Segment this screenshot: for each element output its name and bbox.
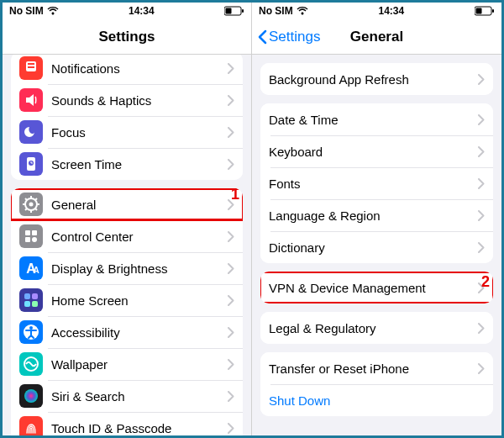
chevron-right-icon — [478, 363, 485, 374]
settings-row-control-center[interactable]: Control Center — [11, 220, 243, 252]
general-row-vpn-device-management[interactable]: VPN & Device Management — [260, 272, 493, 303]
svg-rect-1 — [226, 8, 232, 14]
general-row-language-region[interactable]: Language & Region — [260, 199, 493, 231]
status-bar: No SIM 14:34 — [3, 3, 251, 19]
nav-bar: Settings — [3, 19, 251, 55]
chevron-right-icon — [478, 178, 485, 189]
row-label: Fonts — [269, 177, 478, 191]
svg-rect-34 — [24, 301, 30, 307]
chevron-right-icon — [228, 63, 234, 74]
general-row-transfer-or-reset-iphone[interactable]: Transfer or Reset iPhone — [260, 352, 493, 384]
general-group: VPN & Device Management — [260, 272, 493, 303]
general-row-shut-down[interactable]: Shut Down — [260, 384, 493, 416]
row-label: Display & Brightness — [51, 261, 228, 276]
general-group: Date & TimeKeyboardFontsLanguage & Regio… — [260, 103, 493, 263]
general-row-date-time[interactable]: Date & Time — [260, 103, 493, 135]
chevron-right-icon — [478, 323, 485, 334]
general-group: Transfer or Reset iPhoneShut Down — [260, 352, 493, 416]
time-text: 14:34 — [378, 5, 404, 17]
general-row-background-app-refresh[interactable]: Background App Refresh — [260, 63, 493, 95]
row-label: Control Center — [51, 230, 228, 244]
row-label: Wallpaper — [51, 357, 228, 372]
row-label: Siri & Search — [51, 389, 228, 404]
nav-bar: Settings General — [252, 19, 501, 55]
siri-icon — [19, 384, 43, 408]
control-center-icon — [19, 224, 43, 248]
chevron-right-icon — [228, 263, 234, 274]
settings-row-general[interactable]: General — [11, 188, 243, 220]
settings-row-touch-id-passcode[interactable]: Touch ID & Passcode — [11, 412, 243, 435]
svg-rect-33 — [32, 293, 38, 299]
general-row-keyboard[interactable]: Keyboard — [260, 135, 493, 167]
row-label: Screen Time — [51, 157, 228, 172]
chevron-right-icon — [228, 423, 234, 434]
carrier-text: No SIM — [259, 5, 293, 17]
chevron-right-icon — [228, 391, 234, 402]
general-row-fonts[interactable]: Fonts — [260, 167, 493, 199]
settings-group: GeneralControl CenterAADisplay & Brightn… — [11, 188, 243, 435]
settings-row-focus[interactable]: Focus — [11, 116, 243, 148]
general-row-legal-regulatory[interactable]: Legal & Regulatory — [260, 312, 493, 344]
svg-rect-6 — [28, 66, 34, 68]
settings-row-display-brightness[interactable]: AADisplay & Brightness — [11, 252, 243, 284]
svg-point-14 — [29, 203, 34, 207]
settings-row-siri-search[interactable]: Siri & Search — [11, 380, 243, 412]
row-label: Shut Down — [269, 393, 485, 408]
general-list[interactable]: Background App RefreshDate & TimeKeyboar… — [252, 55, 501, 435]
settings-row-notifications[interactable]: Notifications — [11, 55, 243, 84]
settings-row-screen-time[interactable]: Screen Time — [11, 148, 243, 180]
back-button[interactable]: Settings — [257, 19, 320, 54]
nav-title: Settings — [98, 29, 155, 45]
row-label: Sounds & Haptics — [51, 93, 228, 108]
row-label: VPN & Device Management — [269, 281, 478, 295]
svg-rect-27 — [32, 237, 37, 242]
battery-icon — [224, 6, 244, 16]
row-label: Legal & Regulatory — [269, 321, 478, 335]
chevron-right-icon — [228, 95, 234, 106]
nav-title: General — [350, 29, 403, 45]
row-label: Background App Refresh — [269, 72, 478, 87]
svg-line-21 — [35, 198, 37, 200]
svg-rect-35 — [32, 301, 38, 307]
svg-point-38 — [29, 326, 33, 330]
row-label: Accessibility — [51, 325, 228, 340]
chevron-left-icon — [257, 29, 267, 45]
annotation-1: 1 — [231, 186, 239, 203]
svg-rect-47 — [476, 8, 482, 14]
general-icon — [19, 193, 43, 216]
general-group: Background App Refresh — [260, 63, 493, 95]
settings-row-sounds-haptics[interactable]: Sounds & Haptics — [11, 84, 243, 116]
svg-rect-31 — [19, 288, 43, 312]
chevron-right-icon — [478, 74, 485, 85]
wifi-icon — [47, 7, 59, 15]
row-label: Notifications — [51, 61, 228, 76]
carrier-text: No SIM — [9, 5, 44, 17]
svg-rect-2 — [242, 9, 244, 13]
annotation-2: 2 — [481, 273, 490, 291]
row-label: Home Screen — [51, 293, 228, 308]
settings-row-wallpaper[interactable]: Wallpaper — [11, 348, 243, 380]
home-screen-icon — [19, 288, 43, 312]
settings-row-home-screen[interactable]: Home Screen — [11, 284, 243, 316]
battery-icon — [475, 6, 495, 16]
settings-list[interactable]: NotificationsSounds & HapticsFocusScreen… — [3, 55, 251, 435]
touchid-icon — [19, 416, 43, 435]
back-label: Settings — [269, 29, 320, 45]
svg-rect-23 — [19, 224, 43, 248]
svg-rect-8 — [19, 120, 43, 144]
wallpaper-icon — [19, 352, 43, 376]
row-label: Date & Time — [269, 113, 478, 127]
chevron-right-icon — [228, 231, 234, 242]
screenshot-frame: No SIM 14:34 Settings NotificationsSound… — [0, 0, 504, 438]
phone-left: No SIM 14:34 Settings NotificationsSound… — [3, 3, 252, 435]
notifications-icon — [19, 56, 43, 80]
settings-group: NotificationsSounds & HapticsFocusScreen… — [11, 55, 243, 180]
row-label: Touch ID & Passcode — [51, 421, 228, 435]
display-icon: AA — [19, 256, 43, 280]
svg-text:A: A — [33, 266, 39, 275]
general-row-dictionary[interactable]: Dictionary — [260, 231, 493, 263]
settings-row-accessibility[interactable]: Accessibility — [11, 316, 243, 348]
chevron-right-icon — [478, 114, 485, 125]
chevron-right-icon — [228, 295, 234, 306]
phone-right: No SIM 14:34 Settings General Background… — [252, 3, 501, 435]
